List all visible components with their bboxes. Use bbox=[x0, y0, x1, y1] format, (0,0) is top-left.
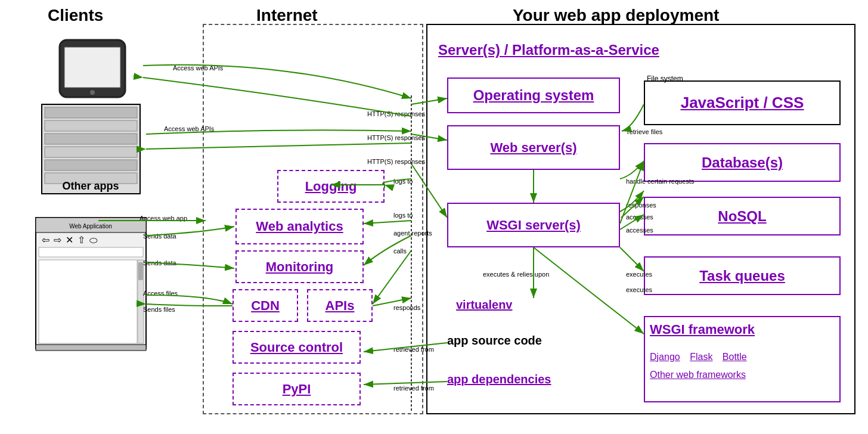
http-responses-3-label: HTTP(S) responses bbox=[367, 158, 425, 165]
wsgi-framework-label: WSGI framework bbox=[650, 322, 755, 337]
svg-rect-8 bbox=[45, 160, 137, 170]
sends-data-2-label: Sends data bbox=[143, 259, 176, 266]
svg-rect-1 bbox=[64, 47, 120, 88]
operating-system-label: Operating system bbox=[473, 87, 594, 104]
wsgi-sub-frameworks: Django Flask Bottle bbox=[650, 352, 747, 362]
svg-text:✕: ✕ bbox=[66, 235, 73, 245]
apis-label: APIs bbox=[326, 298, 355, 314]
wsgi-servers-label: WSGI server(s) bbox=[486, 218, 581, 233]
responses-label: responses bbox=[626, 202, 656, 209]
client-server: Other apps bbox=[36, 101, 146, 197]
svg-text:⬭: ⬭ bbox=[89, 235, 98, 245]
web-analytics-box: Web analytics bbox=[235, 209, 364, 244]
diagram: Clients Internet Your web app deployment… bbox=[0, 0, 868, 434]
retrieved-from-2-label: retrieved from bbox=[393, 385, 434, 392]
operating-system-box: Operating system bbox=[447, 78, 620, 113]
svg-rect-23 bbox=[36, 345, 146, 351]
task-queues-box: Task queues bbox=[644, 256, 841, 295]
executes-relies-label: executes & relies upon bbox=[483, 271, 549, 278]
http-responses-1-label: HTTP(S) responses bbox=[367, 110, 425, 117]
clients-title: Clients bbox=[48, 6, 103, 25]
app-source-label: app source code bbox=[447, 334, 542, 348]
agent-reports-label: agent reports bbox=[393, 230, 432, 237]
internet-title: Internet bbox=[256, 6, 318, 25]
svg-rect-20 bbox=[39, 260, 137, 343]
servers-paas-label: Server(s) / Platform-as-a-Service bbox=[438, 42, 659, 58]
executes-2-label: executes bbox=[626, 286, 652, 293]
svg-text:⇦: ⇦ bbox=[42, 235, 49, 245]
sends-files-label: Sends files bbox=[143, 306, 175, 313]
other-frameworks-label: Other web frameworks bbox=[650, 370, 746, 380]
svg-rect-4 bbox=[45, 107, 137, 118]
monitoring-label: Monitoring bbox=[266, 259, 334, 275]
app-deps-label: app dependencies bbox=[447, 373, 551, 386]
source-control-label: Source control bbox=[250, 340, 343, 355]
access-web-app-label: Access web app bbox=[140, 215, 187, 222]
svg-rect-5 bbox=[45, 120, 137, 131]
web-analytics-label: Web analytics bbox=[256, 219, 343, 234]
svg-text:Web Application: Web Application bbox=[69, 223, 112, 230]
accesses-2-label: accesses bbox=[626, 227, 653, 234]
web-servers-label: Web server(s) bbox=[490, 140, 576, 156]
accesses-1-label: accesses bbox=[626, 213, 653, 221]
task-queues-label: Task queues bbox=[699, 268, 785, 284]
svg-text:⇧: ⇧ bbox=[78, 235, 85, 245]
svg-rect-7 bbox=[45, 147, 137, 157]
logs-to-1-label: logs to bbox=[393, 178, 413, 185]
cdn-label: CDN bbox=[251, 298, 280, 314]
web-servers-box: Web server(s) bbox=[447, 125, 620, 170]
javascript-css-label: JavaScript / CSS bbox=[681, 94, 804, 112]
nosql-box: NoSQL bbox=[644, 197, 841, 235]
access-web-apis-1-label: Access web APIs bbox=[173, 64, 223, 72]
pypi-box: PyPI bbox=[232, 373, 361, 405]
executes-1-label: executes bbox=[626, 271, 652, 278]
client-phone bbox=[42, 39, 143, 98]
svg-rect-19 bbox=[39, 247, 143, 257]
nosql-label: NoSQL bbox=[718, 208, 766, 225]
calls-label: calls bbox=[393, 247, 407, 255]
svg-text:Other apps: Other apps bbox=[62, 180, 119, 192]
responds-label: responds bbox=[393, 304, 420, 311]
svg-rect-6 bbox=[45, 134, 137, 144]
apis-box: APIs bbox=[307, 289, 373, 322]
webapp-title: Your web app deployment bbox=[513, 6, 719, 25]
databases-box: Database(s) bbox=[644, 143, 841, 182]
access-files-label: Access files bbox=[143, 290, 178, 297]
cdn-box: CDN bbox=[232, 289, 298, 322]
logging-box: Logging bbox=[277, 170, 385, 203]
retrieved-from-1-label: retrieved from bbox=[393, 346, 434, 353]
svg-rect-22 bbox=[138, 262, 143, 280]
logging-label: Logging bbox=[305, 179, 357, 194]
pypi-label: PyPI bbox=[283, 382, 311, 397]
svg-point-2 bbox=[90, 90, 95, 95]
retrieve-files-label: retrieve files bbox=[627, 128, 662, 135]
source-control-box: Source control bbox=[232, 331, 361, 364]
handle-requests-label: handle certain requests bbox=[626, 178, 694, 185]
http-responses-2-label: HTTP(S) responses bbox=[367, 134, 425, 141]
virtualenv-label: virtualenv bbox=[456, 298, 512, 312]
databases-label: Database(s) bbox=[702, 154, 783, 171]
client-browser: Web Application ⇦ ⇨ ✕ ⇧ ⬭ bbox=[33, 215, 149, 352]
sends-data-1-label: Sends data bbox=[143, 232, 176, 240]
logs-to-2-label: logs to bbox=[393, 212, 413, 219]
access-web-apis-2-label: Access web APIs bbox=[164, 125, 214, 132]
wsgi-servers-box: WSGI server(s) bbox=[447, 203, 620, 247]
svg-text:⇨: ⇨ bbox=[54, 235, 61, 245]
monitoring-box: Monitoring bbox=[235, 250, 364, 283]
javascript-css-box: JavaScript / CSS bbox=[644, 80, 841, 125]
